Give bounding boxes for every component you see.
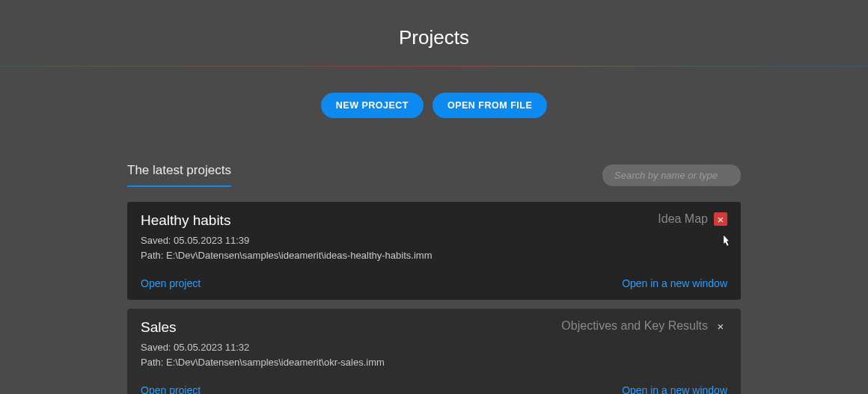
project-type: Objectives and Key Results bbox=[561, 319, 708, 333]
project-type: Idea Map bbox=[658, 212, 708, 226]
open-project-link[interactable]: Open project bbox=[141, 384, 201, 394]
project-name: Sales bbox=[141, 319, 561, 336]
project-saved: Saved: 05.05.2023 11:32 bbox=[141, 340, 561, 355]
search-input[interactable] bbox=[602, 164, 741, 186]
project-saved: Saved: 05.05.2023 11:39 bbox=[141, 233, 658, 248]
open-new-window-link[interactable]: Open in a new window bbox=[622, 277, 727, 289]
close-icon[interactable]: × bbox=[714, 319, 727, 333]
section-title: The latest projects bbox=[127, 163, 231, 187]
open-project-link[interactable]: Open project bbox=[141, 277, 201, 289]
header-actions: NEW PROJECT OPEN FROM FILE bbox=[0, 67, 868, 163]
page-title: Projects bbox=[0, 0, 868, 66]
project-card[interactable]: Healthy habits Saved: 05.05.2023 11:39 P… bbox=[127, 202, 741, 300]
project-card[interactable]: Sales Saved: 05.05.2023 11:32 Path: E:\D… bbox=[127, 309, 741, 394]
list-header: The latest projects bbox=[127, 163, 741, 187]
project-path: Path: E:\Dev\Datensen\samples\ideamerit\… bbox=[141, 248, 658, 263]
new-project-button[interactable]: NEW PROJECT bbox=[321, 93, 424, 118]
project-name: Healthy habits bbox=[141, 212, 658, 229]
open-new-window-link[interactable]: Open in a new window bbox=[622, 384, 727, 394]
content: The latest projects Healthy habits Saved… bbox=[127, 163, 741, 394]
divider-rainbow bbox=[0, 66, 868, 67]
close-icon[interactable]: × bbox=[714, 212, 727, 226]
project-path: Path: E:\Dev\Datensen\samples\ideamerit\… bbox=[141, 355, 561, 370]
open-from-file-button[interactable]: OPEN FROM FILE bbox=[433, 93, 547, 118]
